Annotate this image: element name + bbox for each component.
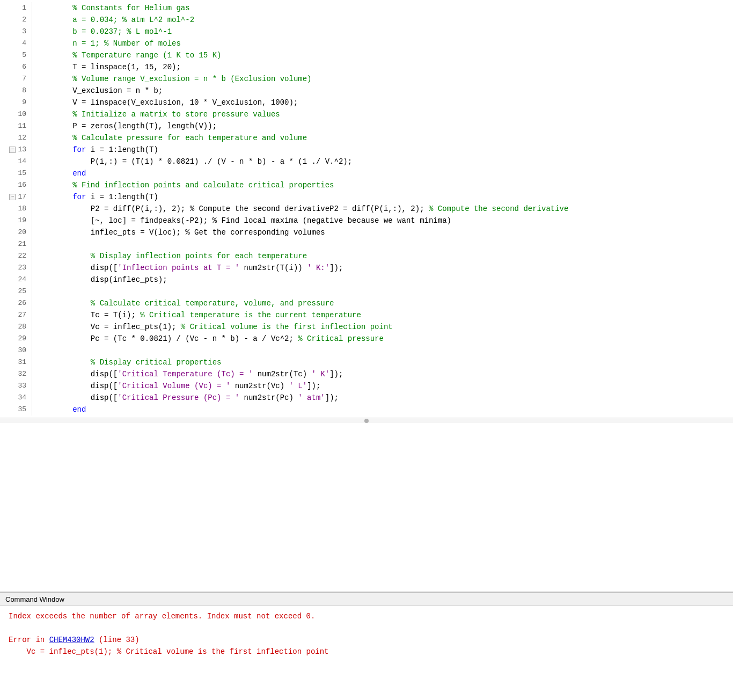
cmd-error-link-line: Error in CHEM430HW2 (line 33): [9, 634, 724, 646]
cmd-error-line: Index exceeds the number of array elemen…: [9, 610, 724, 622]
cmd-error-file-link[interactable]: CHEM430HW2: [49, 636, 94, 644]
code-line: end: [36, 404, 729, 415]
code-line: Pc = (Tc * 0.0821) / (Vc - n * b) - a / …: [36, 333, 729, 345]
code-line: [36, 238, 729, 250]
code-line: disp(['Critical Volume (Vc) = ' num2str(…: [36, 380, 729, 392]
line-number: −13: [5, 144, 26, 156]
line-number: 27: [5, 309, 26, 321]
fold-button[interactable]: −: [9, 147, 16, 153]
code-line: % Calculate pressure for each temperatur…: [36, 132, 729, 144]
code-line: n = 1; % Number of moles: [36, 38, 729, 49]
code-lines[interactable]: % Constants for Helium gas a = 0.034; % …: [32, 2, 733, 415]
line-number: 10: [5, 108, 26, 120]
command-window-title: Command Window: [5, 595, 64, 603]
line-number: 15: [5, 167, 26, 179]
scrollbar-area[interactable]: [0, 418, 733, 423]
cmd-error-detail-line: Vc = inflec_pts(1); % Critical volume is…: [9, 646, 724, 658]
line-number: 20: [5, 227, 26, 238]
code-line: % Display inflection points for each tem…: [36, 250, 729, 262]
line-number: 21: [5, 238, 26, 250]
line-number: 31: [5, 356, 26, 368]
line-number: 2: [5, 14, 26, 26]
code-line: P2 = diff(P(i,:), 2); % Compute the seco…: [36, 203, 729, 215]
code-line: T = linspace(1, 15, 20);: [36, 61, 729, 73]
code-line: V = linspace(V_exclusion, 10 * V_exclusi…: [36, 97, 729, 108]
code-line: a = 0.034; % atm L^2 mol^-2: [36, 14, 729, 26]
line-number: 14: [5, 156, 26, 167]
line-number: 11: [5, 120, 26, 132]
code-line: disp(['Inflection points at T = ' num2st…: [36, 262, 729, 274]
code-line: % Volume range V_exclusion = n * b (Excl…: [36, 73, 729, 85]
editor-section: 123456789101112−13141516−171819202122232…: [0, 0, 733, 593]
code-line: b = 0.0237; % L mol^-1: [36, 26, 729, 38]
command-window: Command Window Index exceeds the number …: [0, 593, 733, 700]
line-number: 23: [5, 262, 26, 274]
cmd-error-after-link: (line 33): [94, 636, 140, 644]
code-line: disp(['Critical Temperature (Tc) = ' num…: [36, 368, 729, 380]
line-number: 28: [5, 321, 26, 333]
code-line: V_exclusion = n * b;: [36, 85, 729, 97]
command-window-body: Index exceeds the number of array elemen…: [0, 606, 733, 662]
cmd-error-in-text: Error in: [9, 636, 49, 644]
cmd-blank-line: [9, 622, 724, 634]
line-number: 8: [5, 85, 26, 97]
code-line: disp(inflec_pts);: [36, 274, 729, 286]
line-number: 35: [5, 404, 26, 415]
line-number: 29: [5, 333, 26, 345]
code-container: 123456789101112−13141516−171819202122232…: [0, 0, 733, 418]
code-line: % Calculate critical temperature, volume…: [36, 297, 729, 309]
code-line: disp(['Critical Pressure (Pc) = ' num2st…: [36, 392, 729, 404]
line-number: 33: [5, 380, 26, 392]
line-number: 24: [5, 274, 26, 286]
line-number: 12: [5, 132, 26, 144]
code-line: end: [36, 167, 729, 179]
line-number: 22: [5, 250, 26, 262]
line-number: 26: [5, 297, 26, 309]
code-line: Tc = T(i); % Critical temperature is the…: [36, 309, 729, 321]
line-number: 34: [5, 392, 26, 404]
line-number: 32: [5, 368, 26, 380]
line-number: 6: [5, 61, 26, 73]
line-number: 1: [5, 2, 26, 14]
command-window-header: Command Window: [0, 593, 733, 606]
code-line: % Find inflection points and calculate c…: [36, 179, 729, 191]
code-line: % Constants for Helium gas: [36, 2, 729, 14]
scrollbar-thumb[interactable]: [364, 419, 369, 423]
code-line: Vc = inflec_pts(1); % Critical volume is…: [36, 321, 729, 333]
line-number: 3: [5, 26, 26, 38]
code-line: % Initialize a matrix to store pressure …: [36, 108, 729, 120]
code-line: P(i,:) = (T(i) * 0.0821) ./ (V - n * b) …: [36, 156, 729, 167]
line-number: 16: [5, 179, 26, 191]
line-number: −17: [5, 191, 26, 203]
fold-button[interactable]: −: [9, 194, 16, 200]
line-number: 4: [5, 38, 26, 49]
line-numbers: 123456789101112−13141516−171819202122232…: [0, 2, 32, 415]
code-line: % Temperature range (1 K to 15 K): [36, 49, 729, 61]
code-line: P = zeros(length(T), length(V));: [36, 120, 729, 132]
line-number: 18: [5, 203, 26, 215]
line-number: 7: [5, 73, 26, 85]
code-line: % Display critical properties: [36, 356, 729, 368]
code-line: for i = 1:length(T): [36, 144, 729, 156]
code-line: [36, 286, 729, 297]
code-line: [~, loc] = findpeaks(-P2); % Find local …: [36, 215, 729, 227]
code-line: for i = 1:length(T): [36, 191, 729, 203]
line-number: 30: [5, 345, 26, 356]
line-number: 5: [5, 49, 26, 61]
line-number: 25: [5, 286, 26, 297]
code-line: inflec_pts = V(loc); % Get the correspon…: [36, 227, 729, 238]
code-line: [36, 345, 729, 356]
line-number: 19: [5, 215, 26, 227]
line-number: 9: [5, 97, 26, 108]
